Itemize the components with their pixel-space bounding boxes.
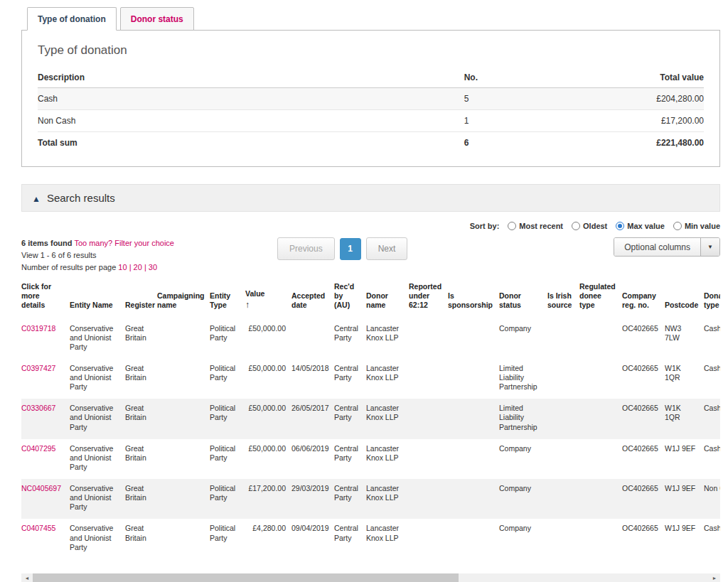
col-header-value[interactable]: Value↑	[245, 282, 291, 318]
horizontal-scrollbar[interactable]: ◄ ►	[21, 573, 720, 582]
donation-detail-link[interactable]: NC0405697	[21, 484, 61, 492]
cell-value: £50,000.00	[245, 319, 291, 359]
sort-ascending-icon: ↑	[245, 300, 286, 311]
result-row: C0407295Conservative and Unionist PartyG…	[21, 439, 720, 479]
cell-is-irish-source	[547, 319, 579, 359]
cell-entity-type: Political Party	[210, 319, 245, 359]
cell-company-reg-no: OC402665	[622, 359, 665, 399]
filter-your-choice-link[interactable]: Too many? Filter your choice	[74, 239, 174, 247]
col-header-regulated-donee-type[interactable]: Regulated donee type	[579, 282, 622, 318]
col-header-label: Regulated donee type	[579, 282, 616, 309]
optional-columns-button[interactable]: Optional columns ▼	[614, 237, 720, 257]
cell-donation-type: Cash	[704, 519, 720, 559]
per-page-option-10[interactable]: 10	[118, 263, 127, 271]
cell-donor-name: Lancaster Knox LLP	[366, 479, 409, 519]
col-header-entity-name[interactable]: Entity Name	[70, 282, 125, 318]
current-page-button[interactable]: 1	[340, 238, 361, 260]
sort-options: Most recentOldestMax valueMin value	[508, 222, 720, 230]
col-header-donor-name[interactable]: Donor name	[366, 282, 409, 318]
tab-type-of-donation[interactable]: Type of donation	[27, 7, 117, 31]
col-header-click-for-more-details[interactable]: Click for more details	[21, 282, 70, 318]
chevron-up-icon[interactable]: ▲	[32, 194, 41, 204]
donation-summary-table: Description No. Total value Cash 5 £204,…	[38, 68, 704, 153]
col-header-accepted-date[interactable]: Accepted date	[291, 282, 334, 318]
donation-detail-link[interactable]: C0407295	[21, 444, 55, 453]
radio-unselected-icon[interactable]	[508, 222, 516, 230]
col-header-donor-status[interactable]: Donor status	[499, 282, 547, 318]
donation-detail-link[interactable]: C0330667	[21, 404, 55, 412]
cell-accepted-date: 06/06/2019	[291, 439, 334, 479]
col-header-postcode[interactable]: Postcode	[665, 282, 704, 318]
sort-by-label: Sort by:	[470, 222, 500, 230]
scroll-left-arrow-icon[interactable]: ◄	[21, 573, 33, 582]
col-header-label: Click for more details	[21, 282, 51, 309]
cell-click-for-more-details: C0397427	[21, 359, 70, 399]
next-page-button[interactable]: Next	[366, 237, 408, 260]
sort-option-label: Max value	[627, 222, 665, 230]
col-header-donation-type[interactable]: Donation type	[704, 282, 720, 318]
previous-page-button[interactable]: Previous	[277, 237, 335, 260]
page: Type of donationDonor status Type of don…	[21, 7, 720, 582]
col-header-campaigning-name[interactable]: Campaigning name	[157, 282, 210, 318]
cell-value: £4,280.00	[245, 519, 291, 559]
summary-cell-description: Total sum	[38, 132, 464, 154]
donation-detail-link[interactable]: C0407455	[21, 524, 55, 532]
summary-tabs: Type of donationDonor status	[21, 7, 720, 30]
cell-regulated-donee-type	[579, 359, 622, 399]
sort-option-oldest[interactable]: Oldest	[572, 222, 607, 230]
col-header-is-irish-source[interactable]: Is Irish source	[547, 282, 579, 318]
scroll-right-arrow-icon[interactable]: ►	[709, 573, 720, 582]
radio-selected-icon[interactable]	[616, 222, 624, 230]
cell-company-reg-no: OC402665	[622, 439, 665, 479]
sort-option-max-value[interactable]: Max value	[616, 222, 665, 230]
sort-option-label: Oldest	[583, 222, 607, 230]
cell-click-for-more-details: C0407455	[21, 519, 70, 559]
cell-campaigning-name	[157, 359, 210, 399]
col-header-rec-d-by-au[interactable]: Rec'd by (AU)	[334, 282, 366, 318]
cell-donation-type: Cash	[704, 399, 720, 438]
results-table-body: C0319718Conservative and Unionist PartyG…	[21, 319, 720, 559]
pagination: Previous 1 Next	[277, 237, 407, 260]
cell-regulated-donee-type	[579, 399, 622, 438]
per-page-option-20[interactable]: 20	[134, 263, 142, 271]
cell-campaigning-name	[157, 479, 210, 519]
cell-postcode: W1K 1QR	[665, 359, 704, 399]
cell-donation-type: Cash	[704, 439, 720, 479]
cell-donor-status: Company	[499, 519, 547, 559]
cell-accepted-date: 14/05/2018	[291, 359, 334, 399]
cell-click-for-more-details: C0319718	[21, 319, 70, 359]
radio-unselected-icon[interactable]	[673, 222, 682, 230]
sort-option-min-value[interactable]: Min value	[673, 222, 720, 230]
col-header-label: Is sponsorship	[448, 291, 493, 309]
cell-rec-d-by-au: Central Party	[334, 319, 366, 359]
cell-donor-name: Lancaster Knox LLP	[366, 519, 409, 559]
col-header-label: Company reg. no.	[622, 291, 656, 309]
cell-register: Great Britain	[125, 439, 157, 479]
donation-detail-link[interactable]: C0397427	[21, 364, 55, 372]
search-results-header[interactable]: ▲Search results	[21, 184, 720, 212]
optional-columns-caret[interactable]: ▼	[700, 238, 719, 256]
cell-is-irish-source	[547, 399, 579, 438]
cell-company-reg-no: OC402665	[622, 519, 665, 559]
col-header-company-reg-no[interactable]: Company reg. no.	[622, 282, 665, 318]
result-row: C0330667Conservative and Unionist PartyG…	[21, 399, 720, 438]
per-page-option-30[interactable]: 30	[149, 263, 157, 271]
tab-donor-status[interactable]: Donor status	[120, 7, 194, 31]
cell-regulated-donee-type	[579, 479, 622, 519]
col-header-entity-type[interactable]: Entity Type	[210, 282, 245, 318]
col-header-is-sponsorship[interactable]: Is sponsorship	[448, 282, 499, 318]
col-header-reported-under-62-12[interactable]: Reported under 62:12	[409, 282, 448, 318]
cell-register: Great Britain	[125, 479, 157, 519]
results-table-viewport: Click for more detailsEntity NameRegiste…	[21, 282, 720, 559]
donation-detail-link[interactable]: C0319718	[21, 324, 55, 333]
cell-donation-type: Cash	[704, 319, 720, 359]
cell-rec-d-by-au: Central Party	[334, 439, 366, 479]
scrollbar-thumb[interactable]	[33, 573, 459, 582]
cell-postcode: W1J 9EF	[665, 519, 704, 559]
cell-click-for-more-details: C0330667	[21, 399, 70, 438]
col-header-register[interactable]: Register	[125, 282, 157, 318]
radio-unselected-icon[interactable]	[572, 222, 580, 230]
scrollbar-track[interactable]	[33, 573, 709, 582]
sort-option-most-recent[interactable]: Most recent	[508, 222, 563, 230]
results-header-row: Click for more detailsEntity NameRegiste…	[21, 282, 720, 318]
